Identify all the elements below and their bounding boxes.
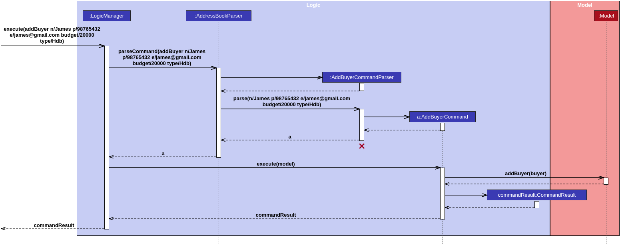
activation-model (604, 178, 608, 185)
activation-add-buyer-command-parser-2 (359, 109, 364, 141)
model-region-title: Model (550, 1, 619, 9)
logic-region-title: Logic (77, 1, 550, 9)
participant-address-book-parser: :AddressBookParser (186, 10, 251, 21)
msg-execute-model: execute(model) (248, 161, 304, 167)
activation-command-result (534, 201, 539, 208)
activation-address-book-parser (216, 68, 221, 158)
participant-command-result: commandResult:CommandResult (487, 190, 587, 200)
participant-logic-manager: :LogicManager (83, 10, 131, 21)
activation-add-buyer-command-2 (440, 168, 445, 219)
activation-logic-manager (104, 46, 109, 229)
activation-add-buyer-command-1 (440, 123, 445, 131)
msg-return-commandresult-2: commandResult (30, 223, 78, 229)
model-region: Model (550, 1, 620, 236)
msg-return-a-2: a (159, 151, 167, 157)
activation-add-buyer-command-parser-1 (359, 83, 364, 91)
participant-model: :Model (594, 10, 618, 21)
msg-return-commandresult-1: commandResult (248, 212, 304, 218)
msg-parsecommand: parseCommand(addBuyer n/James p/98765432… (110, 49, 214, 67)
participant-add-buyer-command-parser: :AddBuyerCommandParser (322, 72, 401, 83)
msg-return-a-1: a (286, 134, 294, 140)
participant-add-buyer-command: a:AddBuyerCommand (409, 111, 476, 122)
destroy-icon: ✕ (358, 141, 365, 152)
msg-parse: parse(n/James p/98765432 e/james@gmail.c… (224, 96, 360, 108)
msg-execute-addbuyer: execute(addBuyer n/James p/98765432 e/ja… (2, 26, 102, 44)
lifeline-model (606, 22, 606, 244)
msg-addbuyer: addBuyer(buyer) (500, 171, 552, 177)
logic-region: Logic (77, 1, 550, 236)
